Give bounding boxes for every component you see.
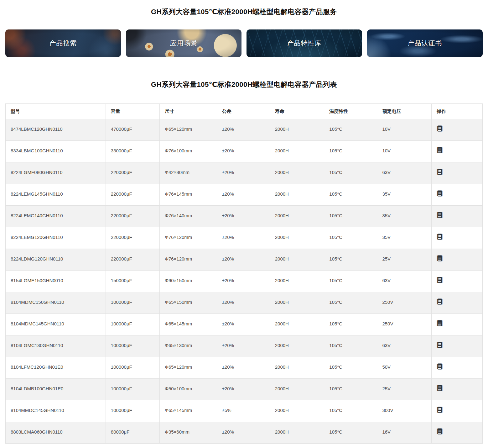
cell-life: 2000H [270,227,324,249]
cell-tolerance: ±20% [217,184,270,206]
cell-voltage: 300V [377,400,432,422]
cell-life: 2000H [270,141,324,162]
banner-product-certificates[interactable]: 产品认证书 [367,29,483,57]
cell-temperature: 105°C [324,400,377,422]
cell-capacity: 100000μF [106,292,159,314]
cell-life: 2000H [270,206,324,227]
cell-tolerance: ±5% [217,400,270,422]
table-row: 8104MMDC145GHN0110100000μFΦ65×145mm±5%20… [6,400,483,422]
cell-size: Φ42×80mm [159,162,217,184]
cell-size: Φ76×100mm [159,141,217,162]
cell-temperature: 105°C [324,271,377,292]
view-detail-button[interactable] [437,320,443,326]
table-row: 8334LBMG100GHN0110330000μFΦ76×100mm±20%2… [6,141,483,162]
cell-size: Φ76×145mm [159,184,217,206]
view-detail-button[interactable] [437,342,443,348]
cell-model: 8224LEMG120GHN0110 [6,227,106,249]
cell-life: 2000H [270,119,324,141]
cell-temperature: 105°C [324,379,377,400]
cell-temperature: 105°C [324,206,377,227]
cell-action [431,249,482,271]
column-header-model: 型号 [6,104,106,119]
cell-capacity: 100000μF [106,400,159,422]
page: GH系列大容量105℃标准2000H螺栓型电解电容器产品服务 产品搜索 应用场景… [0,0,488,448]
product-table: 型号容量尺寸公差寿命温度特性额定电压操作 8474LBMC120GHN01104… [5,103,483,444]
cell-life: 2000H [270,357,324,379]
cell-size: Φ65×145mm [159,314,217,335]
cell-life: 2000H [270,271,324,292]
column-header-tolerance: 公差 [217,104,270,119]
cell-voltage: 63V [377,271,432,292]
cell-capacity: 220000μF [106,206,159,227]
banner-label: 产品搜索 [49,39,77,48]
cell-capacity: 220000μF [106,162,159,184]
banner-product-search[interactable]: 产品搜索 [5,29,121,57]
notebook-icon [437,385,443,391]
cell-capacity: 100000μF [106,335,159,357]
view-detail-button[interactable] [437,147,443,153]
cell-voltage: 10V [377,141,432,162]
cell-action [431,379,482,400]
cell-action [431,400,482,422]
banner-label: 应用场景 [170,39,198,48]
cell-voltage: 63V [377,335,432,357]
notebook-icon [437,190,443,197]
view-detail-button[interactable] [437,363,443,370]
cell-life: 2000H [270,292,324,314]
notebook-icon [437,125,443,132]
notebook-icon [437,169,443,175]
cell-tolerance: ±20% [217,292,270,314]
cell-temperature: 105°C [324,141,377,162]
cell-life: 2000H [270,184,324,206]
column-header-voltage: 额定电压 [377,104,432,119]
cell-tolerance: ±20% [217,119,270,141]
cell-life: 2000H [270,422,324,444]
cell-model: 8224LGMF080GHN0110 [6,162,106,184]
cell-temperature: 105°C [324,357,377,379]
cell-temperature: 105°C [324,162,377,184]
cell-model: 8104LFMC120GHN01E0 [6,357,106,379]
table-row: 8104LFMC120GHN01E0100000μFΦ65×120mm±20%2… [6,357,483,379]
view-detail-button[interactable] [437,169,443,175]
cell-voltage: 25V [377,379,432,400]
cell-capacity: 150000μF [106,271,159,292]
cell-model: 8224LDMG120GHN0110 [6,249,106,271]
view-detail-button[interactable] [437,125,443,132]
cell-temperature: 105°C [324,292,377,314]
view-detail-button[interactable] [437,385,443,391]
banner-application-scenarios[interactable]: 应用场景 [126,29,241,57]
banner-product-characteristics[interactable]: 产品特性库 [247,29,362,57]
cell-action [431,162,482,184]
cell-life: 2000H [270,249,324,271]
cell-model: 8803LCMA060GHN0110 [6,422,106,444]
view-detail-button[interactable] [437,298,443,305]
cell-action [431,271,482,292]
cell-capacity: 100000μF [106,357,159,379]
column-header-action: 操作 [431,104,482,119]
view-detail-button[interactable] [437,212,443,218]
table-row: 8104LGMC130GHN0110100000μFΦ65×130mm±20%2… [6,335,483,357]
banner-nav: 产品搜索 应用场景 产品特性库 产品认证书 [5,29,483,57]
cell-life: 2000H [270,379,324,400]
table-row: 8104LDMB100GHN01E0100000μFΦ50×100mm±20%2… [6,379,483,400]
cell-tolerance: ±20% [217,314,270,335]
table-header: 型号容量尺寸公差寿命温度特性额定电压操作 [6,104,483,119]
table-row: 8224LEMG140GHN0110220000μFΦ76×140mm±20%2… [6,206,483,227]
cell-model: 8154LGME150GHN0010 [6,271,106,292]
page-title: GH系列大容量105℃标准2000H螺栓型电解电容器产品服务 [5,0,483,15]
cell-life: 2000H [270,162,324,184]
cell-model: 8104MMDC145GHN0110 [6,400,106,422]
view-detail-button[interactable] [437,407,443,413]
view-detail-button[interactable] [437,190,443,197]
cell-action [431,422,482,444]
view-detail-button[interactable] [437,277,443,283]
cell-capacity: 470000μF [106,119,159,141]
cell-size: Φ76×120mm [159,227,217,249]
view-detail-button[interactable] [437,234,443,240]
cell-size: Φ90×150mm [159,271,217,292]
table-row: 8474LBMC120GHN0110470000μFΦ65×120mm±20%2… [6,119,483,141]
notebook-icon [437,234,443,240]
view-detail-button[interactable] [437,255,443,261]
table-row: 8224LGMF080GHN0110220000μFΦ42×80mm±20%20… [6,162,483,184]
view-detail-button[interactable] [437,428,443,435]
